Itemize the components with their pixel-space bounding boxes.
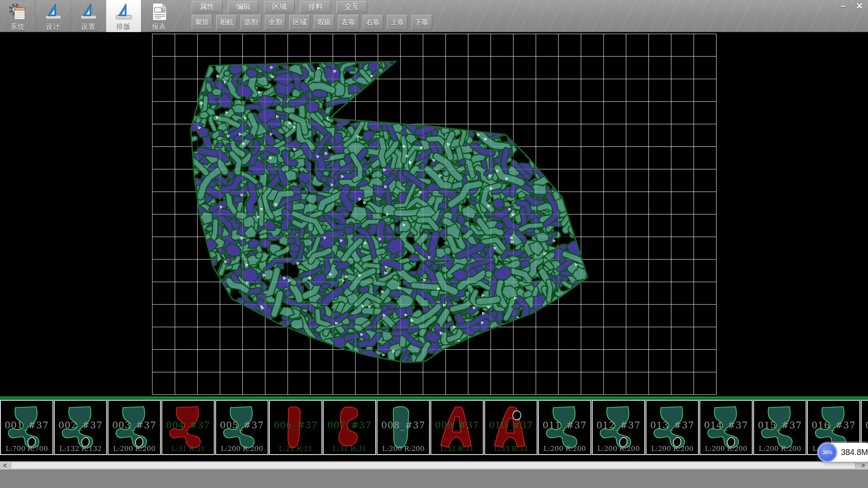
piece-count-label: L:200 R:200	[216, 445, 268, 453]
system-button-label: 系统	[10, 23, 25, 31]
piece-id-label: 006_#37	[270, 420, 321, 431]
progress-percent: 38%	[822, 450, 832, 455]
scroll-left-icon[interactable]: <	[0, 461, 10, 469]
piece-id-label: 007_#37	[324, 420, 375, 431]
piece-id-label: 009_#37	[431, 420, 483, 431]
report-button-label: 报表	[152, 23, 166, 31]
piece-thumbnail-strip: 001_#37 L:700 R:700 002_#37 L:132 R:132 …	[0, 397, 868, 461]
main-button-bar: 系统 设计	[0, 0, 176, 32]
download-progress-badge[interactable]: 38% 384.8M	[818, 443, 868, 462]
nesting-ruler-icon	[114, 2, 134, 22]
piece-id-label: 005_#37	[216, 420, 268, 431]
report-doc-icon	[149, 2, 169, 22]
piece-count-label: L:32 R:31	[431, 445, 483, 453]
scroll-right-icon[interactable]: >	[858, 461, 868, 469]
report-button[interactable]: 报表	[141, 0, 176, 32]
piece-thumbnail[interactable]: 002_#37 L:132 R:132	[54, 400, 107, 455]
piece-count-label: L:200 R:200	[593, 445, 644, 453]
tool-align-right[interactable]: 右靠	[363, 15, 383, 30]
minimize-icon[interactable]: –	[836, 1, 850, 11]
piece-thumbnail[interactable]: 015_#37 L:200 R:200	[753, 400, 807, 455]
piece-id-label: 001_#37	[1, 420, 52, 431]
piece-thumbnail[interactable]: 008_#37 L:200 R:200	[377, 400, 430, 455]
design-button[interactable]: 设计	[35, 0, 71, 32]
piece-thumbnail[interactable]: 009_#37 L:32 R:31	[430, 400, 484, 455]
horizontal-scrollbar[interactable]: < >	[0, 461, 868, 469]
piece-count-label: L:200 R:200	[539, 445, 590, 453]
piece-count-label: L:31 R:31	[324, 445, 375, 453]
piece-count-label: L:200 R:200	[377, 445, 429, 453]
design-ruler-icon	[43, 2, 63, 22]
piece-thumbnail[interactable]: 011_#37 L:200 R:200	[538, 400, 591, 455]
tool-align-bottom[interactable]: 下靠	[411, 15, 432, 30]
piece-id-label: 004_#37	[162, 420, 214, 431]
tool-defect[interactable]: 瑕疵	[314, 15, 335, 30]
piece-id-label: 002_#37	[55, 420, 106, 431]
progress-circle: 38%	[817, 442, 837, 462]
nesting-button[interactable]: 排版	[106, 0, 141, 32]
piece-count-label: L:132 R:132	[55, 445, 106, 453]
design-button-label: 设计	[46, 23, 61, 31]
piece-thumbnail[interactable]: 012_#37 L:200 R:200	[592, 400, 645, 455]
menu-tab-edit[interactable]: 编辑	[228, 1, 259, 13]
piece-id-label: 017_#37	[862, 420, 868, 431]
tool-align-top[interactable]: 上靠	[387, 15, 408, 30]
tool-align-left[interactable]: 左靠	[338, 15, 359, 30]
piece-id-label: 014_#37	[700, 420, 752, 431]
settings-button-label: 设置	[81, 23, 96, 31]
piece-id-label: 013_#37	[646, 420, 698, 431]
piece-id-label: 003_#37	[108, 420, 160, 431]
scrollbar-thumb[interactable]	[11, 462, 855, 469]
piece-count-label: L:33 R:33	[485, 445, 537, 453]
tool-region[interactable]: 区域	[289, 15, 310, 30]
strip-rule-bottom	[0, 399, 868, 399]
progress-size-label: 384.8M	[841, 448, 868, 457]
settings-button[interactable]: 设置	[71, 0, 106, 32]
piece-id-label: 012_#37	[593, 420, 644, 431]
piece-id-label: 015_#37	[754, 420, 806, 431]
piece-thumbnail[interactable]: 001_#37 L:700 R:700	[0, 400, 53, 455]
menu-tab-nesting[interactable]: 排料	[300, 1, 331, 13]
tool-cut-selected[interactable]: 选割	[241, 15, 261, 30]
tool-button-bar: 聚排 相机 选割 全割 区域 瑕疵 左靠 右靠 上靠 下靠	[192, 15, 432, 30]
piece-id-label: 010_#37	[485, 420, 537, 431]
status-bar	[0, 469, 868, 488]
piece-count-label: L:200 R:200	[108, 445, 160, 453]
piece-count-label: L:200 R:200	[700, 445, 752, 453]
piece-thumbnail[interactable]: 013_#37 L:200 R:200	[646, 400, 699, 455]
piece-id-label: 016_#37	[808, 420, 859, 431]
piece-thumbnail[interactable]: 007_#37 L:31 R:31	[323, 400, 376, 455]
piece-thumbnail[interactable]: 006_#37 L:21 R:21	[269, 400, 322, 455]
system-button[interactable]: 系统	[0, 0, 35, 32]
strip-rule-top	[0, 397, 868, 398]
menu-tab-interact[interactable]: 交互	[336, 1, 367, 13]
app-window: 系统 设计	[0, 0, 868, 488]
window-controls: – ✕	[836, 1, 866, 11]
piece-thumbnail[interactable]: 014_#37 L:200 R:200	[699, 400, 753, 455]
piece-count-label: L:700 R:700	[1, 445, 52, 453]
close-icon[interactable]: ✕	[853, 1, 866, 11]
tool-camera[interactable]: 相机	[216, 15, 237, 30]
nesting-button-label: 排版	[117, 23, 131, 31]
piece-count-label: L:200 R:200	[754, 445, 806, 453]
piece-count-label: L:21 R:21	[270, 445, 321, 453]
piece-id-label: 011_#37	[539, 420, 590, 431]
tool-cluster-nest[interactable]: 聚排	[192, 15, 212, 30]
ribbon: 系统 设计	[0, 0, 868, 32]
piece-count-label: L:200 R:200	[646, 445, 698, 453]
piece-id-label: 008_#37	[377, 420, 429, 431]
system-gear-icon	[8, 2, 28, 22]
piece-thumbnail[interactable]: 005_#37 L:200 R:200	[215, 400, 269, 455]
settings-ruler-icon	[79, 2, 99, 22]
piece-count-label: L:31 R:31	[162, 445, 214, 453]
nesting-canvas[interactable]	[0, 32, 868, 397]
piece-thumbnail[interactable]: 003_#37 L:200 R:200	[108, 400, 161, 455]
menu-tab-properties[interactable]: 属性	[192, 1, 222, 13]
tool-cut-all[interactable]: 全割	[265, 15, 286, 30]
menu-tab-bar: 属性 编辑 区域 排料 交互	[192, 1, 367, 13]
menu-tab-region[interactable]: 区域	[264, 1, 295, 13]
piece-thumbnail[interactable]: 010_#37 L:33 R:33	[484, 400, 538, 455]
piece-thumbnail-list: 001_#37 L:700 R:700 002_#37 L:132 R:132 …	[0, 400, 868, 455]
piece-thumbnail[interactable]: 004_#37 L:31 R:31	[161, 400, 215, 455]
